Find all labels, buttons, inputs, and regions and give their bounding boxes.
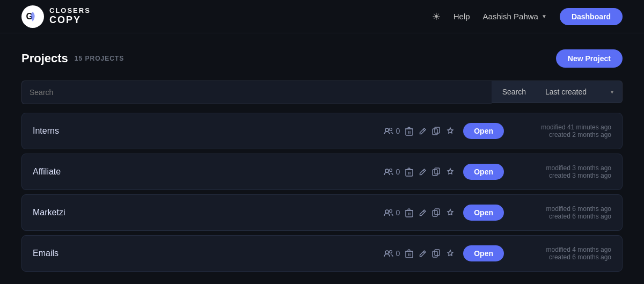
edit-icon[interactable]	[419, 168, 427, 176]
user-count: 0	[396, 249, 400, 258]
user-name: Aashish Pahwa	[483, 12, 538, 21]
delete-icon[interactable]	[405, 208, 413, 217]
svg-point-2	[385, 128, 389, 132]
project-actions: 0	[384, 127, 455, 136]
users-icon: 0	[384, 168, 400, 176]
project-name: Interns	[33, 126, 384, 136]
theme-toggle-icon[interactable]: ☀	[432, 11, 441, 23]
svg-rect-4	[406, 129, 413, 135]
project-name: Affiliate	[33, 167, 384, 177]
brand-closers: CLOSERS	[49, 7, 91, 14]
meta-created: created 6 months ago	[549, 253, 611, 261]
project-meta: modified 3 months ago created 3 months a…	[515, 164, 611, 179]
user-count: 0	[396, 168, 400, 176]
search-input-wrap	[21, 81, 492, 104]
svg-point-7	[385, 169, 389, 172]
star-icon[interactable]	[446, 249, 455, 258]
svg-point-8	[390, 169, 392, 172]
dashboard-button[interactable]: Dashboard	[560, 8, 623, 25]
new-project-button[interactable]: New Project	[556, 49, 623, 68]
meta-modified: modified 41 minutes ago	[541, 123, 611, 131]
sort-caret-icon: ▾	[611, 89, 613, 95]
search-button[interactable]: Search	[492, 81, 537, 103]
meta-modified: modified 3 months ago	[546, 164, 611, 172]
svg-point-3	[390, 128, 392, 131]
svg-rect-14	[406, 210, 413, 217]
edit-icon[interactable]	[419, 209, 427, 217]
help-link[interactable]: Help	[453, 12, 470, 21]
meta-created: created 6 months ago	[549, 213, 611, 220]
svg-point-12	[385, 210, 389, 213]
sort-label: Last created	[545, 88, 587, 96]
star-icon[interactable]	[446, 127, 455, 135]
project-list: Interns 0	[21, 113, 623, 272]
project-count: 15 PROJECTS	[75, 55, 124, 62]
delete-icon[interactable]	[405, 127, 413, 136]
project-card: Emails 0	[21, 235, 623, 272]
brand-text: CLOSERS COPY	[49, 7, 91, 25]
filter-bar: Search Last created ▾	[21, 81, 623, 104]
page-header: Projects 15 PROJECTS New Project	[21, 49, 623, 68]
meta-created: created 2 months ago	[549, 131, 611, 139]
users-icon: 0	[384, 208, 400, 217]
navbar-right: ☀ Help Aashish Pahwa ▼ Dashboard	[432, 8, 623, 25]
star-icon[interactable]	[446, 208, 455, 217]
sort-dropdown[interactable]: Last created ▾	[537, 81, 623, 103]
project-actions: 0	[384, 168, 455, 177]
users-icon: 0	[384, 249, 400, 258]
user-menu[interactable]: Aashish Pahwa ▼	[483, 12, 547, 21]
meta-modified: modified 4 months ago	[546, 246, 611, 253]
project-actions: 0	[384, 249, 455, 258]
delete-icon[interactable]	[405, 249, 413, 258]
svg-point-13	[390, 210, 392, 213]
project-name: Emails	[33, 249, 384, 258]
project-meta: modified 6 months ago created 6 months a…	[515, 205, 611, 220]
users-icon: 0	[384, 127, 400, 135]
meta-created: created 3 months ago	[549, 172, 611, 179]
open-button[interactable]: Open	[463, 164, 504, 180]
copy-icon[interactable]	[432, 127, 441, 135]
open-button[interactable]: Open	[463, 123, 504, 139]
user-count: 0	[396, 208, 400, 217]
svg-rect-19	[406, 251, 413, 258]
copy-icon[interactable]	[432, 249, 441, 258]
user-count: 0	[396, 127, 400, 135]
svg-point-18	[390, 251, 392, 253]
project-meta: modified 4 months ago created 6 months a…	[515, 246, 611, 261]
navbar: G CLOSERS COPY ☀ Help Aashish Pahwa ▼ Da…	[0, 0, 644, 33]
meta-modified: modified 6 months ago	[546, 205, 611, 213]
open-button[interactable]: Open	[463, 245, 504, 261]
project-name: Marketzi	[33, 208, 384, 217]
copy-icon[interactable]	[432, 208, 441, 217]
open-button[interactable]: Open	[463, 205, 504, 221]
delete-icon[interactable]	[405, 168, 413, 177]
star-icon[interactable]	[446, 168, 455, 176]
project-card: Marketzi 0	[21, 194, 623, 231]
edit-icon[interactable]	[419, 127, 427, 135]
page-title: Projects	[21, 52, 68, 65]
edit-icon[interactable]	[419, 250, 427, 258]
main-content: Projects 15 PROJECTS New Project Search …	[0, 33, 644, 284]
brand-copy: COPY	[49, 15, 91, 26]
user-menu-caret: ▼	[541, 13, 547, 19]
svg-point-17	[385, 251, 389, 254]
project-card: Interns 0	[21, 113, 623, 149]
logo-icon[interactable]: G	[21, 5, 44, 28]
project-actions: 0	[384, 208, 455, 217]
svg-rect-9	[406, 170, 413, 176]
project-card: Affiliate 0	[21, 154, 623, 190]
project-meta: modified 41 minutes ago created 2 months…	[515, 123, 611, 139]
logo-area: G CLOSERS COPY	[21, 5, 91, 28]
copy-icon[interactable]	[432, 168, 441, 176]
search-input[interactable]	[30, 81, 484, 104]
